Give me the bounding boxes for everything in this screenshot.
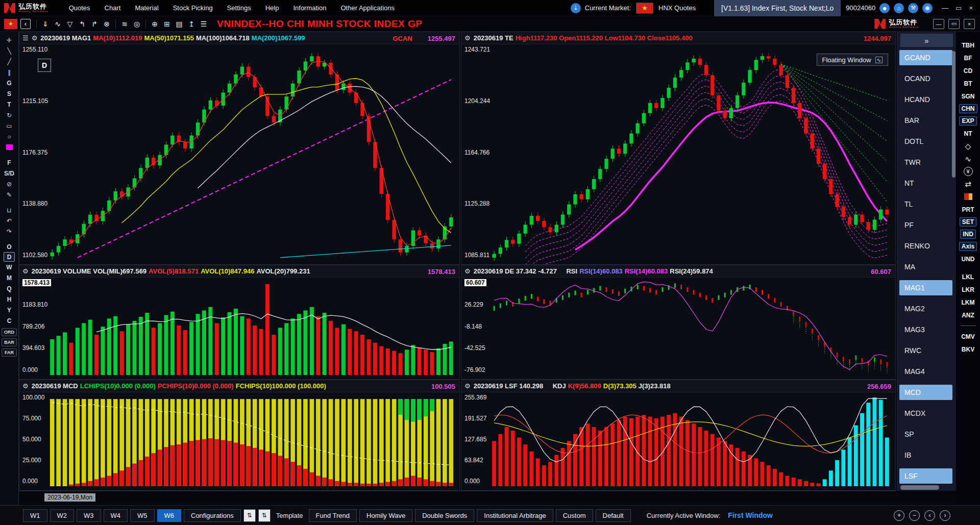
sidebar-item-tl[interactable]: TL (899, 196, 952, 212)
chart-plot-te[interactable]: 1243.7211204.2441164.7661125.2881085.811… (461, 44, 895, 264)
line-tool-icon[interactable]: ╲ (3, 45, 16, 56)
currency-icon[interactable]: ¥ (964, 167, 973, 176)
sidebar-horizontal-scrollbar[interactable] (900, 485, 939, 490)
back-button[interactable]: ‹ (20, 19, 31, 29)
template-button-institutional-arbitrage[interactable]: Institutional Arbitrage (477, 509, 553, 522)
side-button-cmv[interactable]: CMV (961, 330, 975, 343)
tool-t[interactable]: T (3, 99, 16, 110)
tool-sd[interactable]: S/D (3, 168, 16, 179)
scroll-left-button[interactable]: ‹ (924, 510, 935, 521)
template-button-fund-trend[interactable]: Fund Trend (309, 509, 357, 522)
tool-f[interactable]: F (3, 157, 16, 168)
week-tab-w2[interactable]: W2 (50, 509, 75, 522)
panel-settings-gear-icon[interactable]: ⚙ (22, 267, 29, 275)
chart-plot-volume[interactable]: 1578.4131183.810789.206394.6030.000 (19, 278, 459, 379)
configurations-button[interactable]: Configurations (184, 509, 241, 522)
sidebar-item-lsf[interactable]: LSF (899, 468, 952, 484)
menu-item-other-applications[interactable]: Other Applications (334, 2, 401, 14)
side-button-sgn[interactable]: SGN (961, 90, 974, 103)
transfer-icon[interactable]: ⇄ (965, 178, 971, 190)
ellipse-tool-icon[interactable]: ○ (3, 131, 16, 142)
menu-item-help[interactable]: Help (259, 2, 285, 14)
side-button-ind[interactable]: IND (960, 230, 976, 239)
trend-chart-icon[interactable]: ∿ (52, 18, 64, 30)
period-halfyear[interactable]: H (3, 294, 16, 305)
side-button-nt[interactable]: NT (964, 127, 972, 140)
sidebar-item-mag2[interactable]: MAG2 (899, 301, 952, 316)
parallel-lines-icon[interactable]: ∥ (3, 67, 16, 78)
spinner-up-down-2[interactable]: ⇅ (258, 509, 271, 522)
template-button-double-swords[interactable]: Double Swords (415, 509, 474, 522)
redo-rotate-icon[interactable]: ↱ (88, 18, 101, 30)
sidebar-item-renko[interactable]: RENKO (899, 238, 952, 254)
chart-plot-de-rsi[interactable]: 60.60726.229-8.148-42.525-76.902 (461, 278, 895, 379)
period-weekly[interactable]: W (3, 262, 16, 272)
user-icon[interactable]: ☻ (879, 3, 890, 13)
menu-item-settings[interactable]: Settings (221, 2, 257, 14)
sidebar-item-mcd[interactable]: MCD (899, 385, 952, 400)
sidebar-item-mag4[interactable]: MAG4 (899, 364, 952, 379)
scroll-right-button[interactable]: › (940, 510, 950, 521)
panel-settings-gear-icon[interactable]: ⚙ (464, 382, 471, 390)
period-daily[interactable]: D (4, 252, 15, 262)
add-window-icon[interactable]: ⊞ (161, 18, 173, 30)
flag-icon[interactable] (964, 190, 972, 203)
close-button[interactable]: × (964, 19, 975, 29)
side-button-und[interactable]: UND (962, 253, 975, 265)
filter-icon[interactable]: ▽ (64, 18, 76, 30)
side-button-set[interactable]: SET (960, 217, 976, 227)
redo-icon[interactable]: ↷ (3, 226, 16, 237)
chart-icon[interactable]: ∿ (965, 153, 971, 165)
side-button-bkv[interactable]: BKV (962, 343, 974, 356)
menu-item-material[interactable]: Material (129, 2, 164, 14)
eraser-icon[interactable]: ⊘ (3, 179, 16, 189)
side-button-prt[interactable]: PRT (962, 203, 974, 216)
side-button-anz[interactable]: ANZ (962, 309, 974, 321)
template-button-default[interactable]: Default (596, 509, 631, 522)
chart-plot-mag1[interactable]: 1255.1101215.1051176.3751138.8801102.580… (19, 44, 459, 264)
period-quarterly[interactable]: Q (3, 283, 16, 294)
app-logo-icon[interactable]: ◉ (922, 3, 933, 13)
sidebar-item-gcand[interactable]: GCAND (899, 50, 952, 65)
diamond-icon[interactable]: ◇ (965, 140, 971, 153)
fill-color-swatch[interactable] (3, 142, 16, 153)
sidebar-item-ma[interactable]: MA (899, 259, 952, 274)
sidebar-item-mcdx[interactable]: MCDX (899, 406, 952, 421)
rotate-icon[interactable]: ↻ (3, 110, 16, 120)
undo-icon[interactable]: ↶ (3, 215, 16, 226)
tools-icon[interactable]: ⚒ (908, 3, 918, 13)
close-button[interactable]: × (969, 4, 973, 12)
brush-icon[interactable]: ✎ (3, 189, 16, 200)
week-tab-w5[interactable]: W5 (130, 509, 155, 522)
panel-settings-gear-icon[interactable]: ⚙ (22, 382, 29, 390)
ray-tool-icon[interactable]: ╱ (3, 56, 16, 67)
sidebar-item-bar[interactable]: BAR (899, 113, 952, 128)
floating-window-button[interactable]: Floating Window∿ (817, 54, 889, 66)
zoom-out-button[interactable]: − (909, 510, 920, 521)
side-button-exp[interactable]: EXP (959, 116, 976, 126)
period-o[interactable]: O (3, 241, 16, 252)
panel-settings-gear-icon[interactable]: ⚙ (32, 34, 38, 42)
market-flag-button[interactable]: ★ (4, 19, 17, 29)
move-icon[interactable]: ✛ (3, 35, 16, 45)
side-button-axis[interactable]: Axis (959, 242, 977, 251)
side-button-lkr[interactable]: LKR (962, 283, 974, 296)
menu-item-stock-picking[interactable]: Stock Picking (167, 2, 219, 14)
sidebar-item-hcand[interactable]: HCAND (899, 92, 952, 107)
bar-button[interactable]: BAR (2, 338, 17, 346)
layers-icon[interactable]: ☰ (198, 18, 210, 30)
save-icon[interactable]: ▤ (173, 18, 185, 30)
sidebar-collapse-button[interactable]: » (900, 34, 953, 47)
side-button-tbh[interactable]: TBH (962, 39, 974, 52)
cancel-circle-icon[interactable]: ⊗ (101, 18, 113, 30)
sidebar-item-ocand[interactable]: OCAND (899, 71, 952, 86)
wifi-icon[interactable]: ≋ (118, 18, 131, 30)
panel-settings-gear-icon[interactable]: ⚙ (464, 267, 471, 275)
side-button-cd[interactable]: CD (964, 64, 972, 77)
panel-settings-gear-icon[interactable]: ⚙ (464, 34, 471, 42)
organization-icon[interactable]: ⌂ (894, 3, 904, 13)
sidebar-item-nt[interactable]: NT (899, 176, 952, 191)
sidebar-item-dotl[interactable]: DOTL (899, 134, 952, 149)
download-status-icon[interactable]: ⇣ (571, 3, 581, 13)
upload-icon[interactable]: ↥ (185, 18, 198, 30)
